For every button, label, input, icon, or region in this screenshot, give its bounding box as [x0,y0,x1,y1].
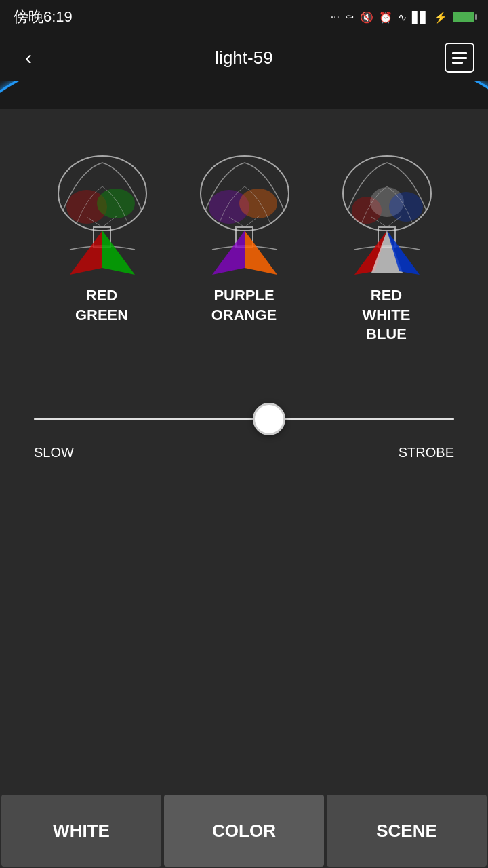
slider-thumb[interactable] [253,403,285,435]
color-card-purple-orange-label: PURPLE ORANGE [211,286,277,325]
color-card-red-green[interactable]: RED GREEN [37,142,166,344]
color-card-red-white-blue-label: RED WHITE BLUE [363,286,411,344]
tree-svg-purple-orange [185,142,304,278]
signal-bars-icon: ▋▋ [412,11,428,24]
signal-dots-icon: ··· [331,11,340,23]
menu-button[interactable] [445,43,474,73]
slider-label-slow: SLOW [34,445,74,460]
svg-marker-2 [70,231,102,275]
back-icon: ‹ [25,46,32,69]
tab-scene[interactable]: SCENE [327,795,487,867]
battery-icon [453,12,474,22]
charge-icon: ⚡ [434,11,447,24]
arc-decoration [0,81,488,108]
bluetooth-icon: ⚰ [345,11,354,24]
tab-color[interactable]: COLOR [164,795,324,867]
color-card-red-green-label: RED GREEN [75,286,128,325]
svg-marker-11 [245,231,277,275]
status-icons: ··· ⚰ 🔇 ⏰ ∿ ▋▋ ⚡ [331,11,474,24]
speed-slider-section: SLOW STROBE [14,399,474,460]
app-header: ‹ light-59 [0,34,488,81]
slider-label-strobe: STROBE [399,445,454,460]
tree-svg-red-green [43,142,161,278]
tree-purple-orange [185,142,304,278]
color-card-list: RED GREEN [37,142,451,344]
page-title: light-59 [215,47,272,68]
wifi-icon: ∿ [398,11,407,24]
slider-track-container[interactable] [34,399,454,439]
tree-svg-red-white-blue [327,142,446,278]
tree-red-white-blue [327,142,446,278]
svg-marker-10 [212,231,245,275]
main-content: RED GREEN [0,108,488,474]
svg-marker-3 [102,231,135,275]
status-bar: 傍晚6:19 ··· ⚰ 🔇 ⏰ ∿ ▋▋ ⚡ [0,0,488,34]
menu-line-2 [452,57,467,59]
slider-track [34,418,454,420]
color-card-purple-orange[interactable]: PURPLE ORANGE [180,142,308,344]
menu-line-3 [452,62,463,64]
menu-line-1 [452,52,467,54]
status-time: 傍晚6:19 [14,7,73,27]
back-button[interactable]: ‹ [14,43,43,73]
tree-red-green [43,142,161,278]
svg-point-5 [97,189,135,218]
mute-icon: 🔇 [360,11,373,24]
tab-white[interactable]: WHITE [1,795,161,867]
tab-bar: WHITE COLOR SCENE [0,793,488,868]
slider-labels: SLOW STROBE [34,445,454,460]
svg-point-23 [389,192,423,222]
alarm-icon: ⏰ [379,11,392,24]
color-card-red-white-blue[interactable]: RED WHITE BLUE [322,142,451,344]
svg-point-13 [239,189,277,218]
list-edit-icon [452,52,467,64]
